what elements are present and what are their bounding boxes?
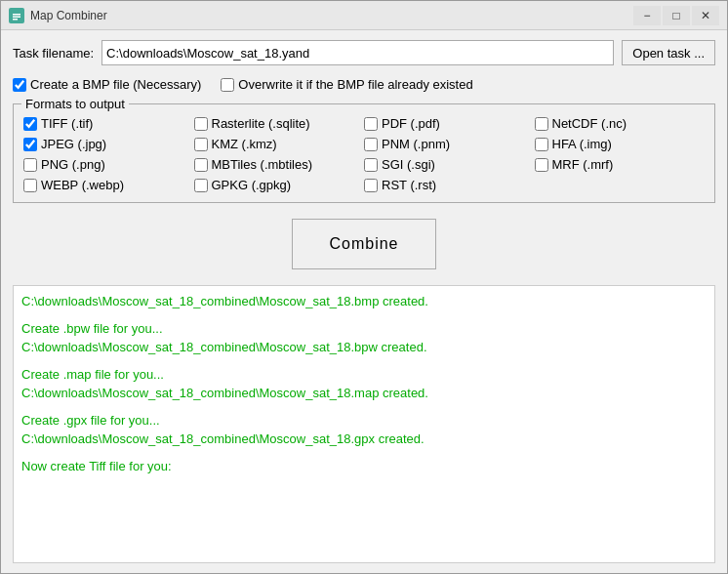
overwrite-checkbox[interactable]	[221, 78, 234, 92]
task-filename-row: Task filename: Open task ...	[13, 40, 715, 65]
format-item[interactable]: HFA (.img)	[535, 137, 706, 151]
output-line	[21, 449, 707, 457]
output-line: C:\downloads\Moscow_sat_18_combined\Mosc…	[21, 338, 707, 357]
app-icon	[9, 8, 24, 23]
format-item[interactable]: SGI (.sgi)	[364, 157, 535, 172]
overwrite-label: Overwrite it if the BMP file already exi…	[238, 77, 472, 92]
create-bmp-label: Create a BMP file (Necessary)	[30, 77, 201, 92]
output-line: C:\downloads\Moscow_sat_18_combined\Mosc…	[21, 430, 707, 449]
format-label: HFA (.img)	[552, 137, 612, 151]
format-label: Rasterlite (.sqlite)	[212, 116, 310, 131]
format-label: WEBP (.webp)	[41, 178, 124, 192]
create-bmp-checkbox-item[interactable]: Create a BMP file (Necessary)	[13, 77, 201, 92]
format-item[interactable]: PDF (.pdf)	[364, 116, 535, 131]
output-line: C:\downloads\Moscow_sat_18_combined\Mosc…	[21, 384, 707, 403]
format-checkbox[interactable]	[194, 138, 208, 151]
output-line: C:\downloads\Moscow_sat_18_combined\Mosc…	[21, 292, 707, 311]
format-label: TIFF (.tif)	[41, 116, 93, 131]
svg-rect-2	[13, 16, 20, 18]
output-line	[21, 403, 707, 411]
svg-rect-3	[13, 19, 18, 20]
output-line: Create .bpw file for you...	[21, 319, 707, 339]
output-line: Now create Tiff file for you:	[21, 457, 707, 476]
format-label: PNG (.png)	[41, 157, 105, 172]
formats-group: Formats to output TIFF (.tif)Rasterlite …	[13, 103, 715, 203]
format-item[interactable]: KMZ (.kmz)	[194, 137, 365, 151]
format-item[interactable]: MRF (.mrf)	[535, 157, 706, 172]
output-line: Create .map file for you...	[21, 365, 707, 385]
format-checkbox[interactable]	[535, 138, 548, 151]
maximize-button[interactable]: □	[663, 6, 690, 25]
open-task-button[interactable]: Open task ...	[622, 40, 715, 65]
format-checkbox[interactable]	[364, 138, 378, 151]
svg-rect-1	[13, 14, 20, 16]
overwrite-checkbox-item[interactable]: Overwrite it if the BMP file already exi…	[221, 77, 472, 92]
task-filename-input[interactable]	[101, 40, 614, 65]
format-checkbox[interactable]	[364, 117, 378, 131]
format-checkbox[interactable]	[535, 158, 548, 172]
format-checkbox[interactable]	[364, 179, 378, 192]
format-checkbox[interactable]	[194, 117, 208, 131]
formats-grid: TIFF (.tif)Rasterlite (.sqlite)PDF (.pdf…	[23, 116, 705, 192]
output-line	[21, 357, 707, 365]
output-line: Create .gpx file for you...	[21, 411, 707, 430]
window-controls: − □ ✕	[633, 6, 719, 25]
format-label: MRF (.mrf)	[552, 157, 614, 172]
options-row: Create a BMP file (Necessary) Overwrite …	[13, 73, 715, 96]
format-label: KMZ (.kmz)	[212, 137, 277, 151]
format-item[interactable]: JPEG (.jpg)	[23, 137, 194, 151]
format-label: NetCDF (.nc)	[552, 116, 627, 131]
format-item[interactable]: PNG (.png)	[23, 157, 194, 172]
format-label: SGI (.sgi)	[382, 157, 435, 172]
format-checkbox[interactable]	[535, 117, 548, 131]
format-checkbox[interactable]	[364, 158, 378, 172]
combine-section: Combine	[13, 211, 715, 277]
format-checkbox[interactable]	[194, 158, 208, 172]
close-button[interactable]: ✕	[692, 6, 719, 25]
format-item[interactable]: GPKG (.gpkg)	[194, 178, 365, 192]
minimize-button[interactable]: −	[633, 6, 661, 25]
format-checkbox[interactable]	[23, 179, 37, 192]
format-item[interactable]: WEBP (.webp)	[23, 178, 194, 192]
create-bmp-checkbox[interactable]	[13, 78, 26, 92]
format-checkbox[interactable]	[23, 158, 37, 172]
format-item[interactable]: TIFF (.tif)	[23, 116, 194, 131]
format-label: PDF (.pdf)	[382, 116, 440, 131]
format-label: RST (.rst)	[382, 178, 436, 192]
window-body: Task filename: Open task ... Create a BM…	[1, 30, 727, 573]
main-window: Map Combiner − □ ✕ Task filename: Open t…	[0, 0, 728, 574]
format-checkbox[interactable]	[194, 179, 208, 192]
combine-button[interactable]: Combine	[292, 219, 436, 269]
format-checkbox[interactable]	[23, 138, 37, 151]
format-label: JPEG (.jpg)	[41, 137, 106, 151]
task-filename-label: Task filename:	[13, 46, 94, 61]
format-label: GPKG (.gpkg)	[212, 178, 292, 192]
output-area: C:\downloads\Moscow_sat_18_combined\Mosc…	[13, 285, 715, 563]
format-label: PNM (.pnm)	[382, 137, 450, 151]
formats-legend: Formats to output	[21, 97, 129, 111]
format-checkbox[interactable]	[23, 117, 37, 131]
format-item[interactable]: Rasterlite (.sqlite)	[194, 116, 365, 131]
format-item[interactable]: MBTiles (.mbtiles)	[194, 157, 365, 172]
format-label: MBTiles (.mbtiles)	[212, 157, 313, 172]
format-item[interactable]: NetCDF (.nc)	[535, 116, 706, 131]
format-item[interactable]: RST (.rst)	[364, 178, 535, 192]
output-line	[21, 311, 707, 319]
title-bar: Map Combiner − □ ✕	[1, 1, 727, 30]
format-item[interactable]: PNM (.pnm)	[364, 137, 535, 151]
window-title: Map Combiner	[30, 9, 633, 22]
